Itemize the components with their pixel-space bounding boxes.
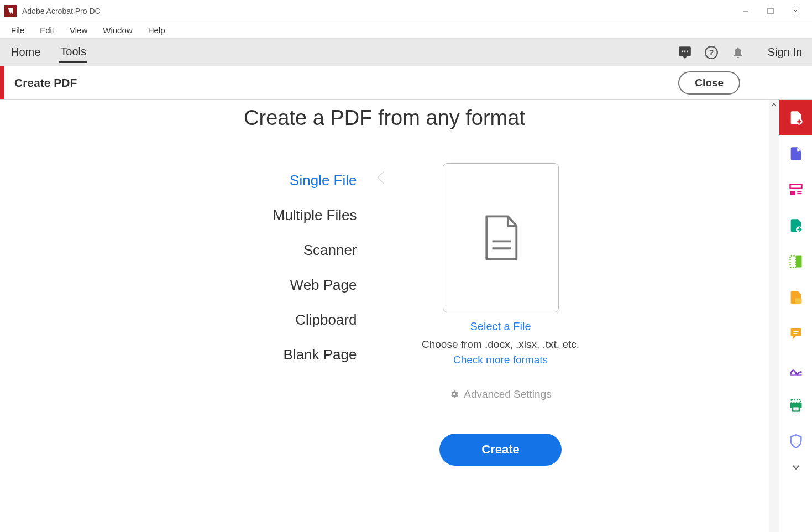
- edit-pdf-icon: [788, 146, 804, 161]
- menu-file[interactable]: File: [3, 23, 32, 37]
- right-tool-rail: [779, 100, 812, 532]
- svg-rect-19: [795, 298, 801, 303]
- organize-icon: [788, 182, 804, 197]
- page-heading: Create a PDF from any format: [0, 106, 769, 130]
- svg-point-6: [687, 50, 688, 52]
- option-single-file[interactable]: Single File: [153, 163, 357, 198]
- rail-print[interactable]: [779, 387, 813, 423]
- rail-comment[interactable]: [779, 315, 813, 351]
- comment-icon: [788, 326, 804, 341]
- shield-icon: [788, 434, 804, 449]
- rail-combine[interactable]: [779, 243, 813, 279]
- rail-edit-pdf[interactable]: [779, 135, 813, 171]
- scrollbar[interactable]: [769, 100, 779, 532]
- minimize-button[interactable]: [733, 2, 758, 20]
- menu-help[interactable]: Help: [140, 23, 173, 37]
- content-panel: Create a PDF from any format Single File…: [0, 100, 769, 532]
- tool-header: Create PDF Close: [0, 66, 812, 100]
- main-area: Create a PDF from any format Single File…: [0, 100, 812, 532]
- maximize-button[interactable]: [758, 2, 783, 20]
- toolbar: Home Tools ? Sign In: [0, 39, 812, 66]
- signin-link[interactable]: Sign In: [768, 46, 802, 59]
- rail-sign[interactable]: [779, 351, 813, 387]
- center-panel: Select a File Choose from .docx, .xlsx, …: [385, 163, 617, 466]
- app-icon: [4, 5, 17, 17]
- advanced-settings: Advanced Settings: [385, 388, 617, 400]
- check-formats-link[interactable]: Check more formats: [453, 354, 548, 366]
- gear-icon: [449, 389, 459, 399]
- svg-rect-1: [768, 8, 773, 14]
- menu-window[interactable]: Window: [95, 23, 140, 37]
- rail-expand-down[interactable]: [779, 459, 813, 476]
- file-icon: [479, 213, 523, 263]
- svg-rect-13: [790, 191, 795, 195]
- rail-organize[interactable]: [779, 171, 813, 207]
- menu-edit[interactable]: Edit: [32, 23, 62, 37]
- create-pdf-icon: [788, 110, 804, 126]
- close-window-button[interactable]: [783, 2, 808, 20]
- scroll-up-icon[interactable]: [769, 100, 779, 111]
- help-icon[interactable]: ?: [700, 41, 722, 64]
- file-dropzone[interactable]: [443, 163, 559, 312]
- option-multiple-files[interactable]: Multiple Files: [153, 198, 357, 233]
- menu-view[interactable]: View: [62, 23, 95, 37]
- accent-stripe: [0, 66, 4, 99]
- option-clipboard[interactable]: Clipboard: [153, 302, 357, 337]
- svg-rect-23: [791, 399, 800, 403]
- svg-rect-12: [790, 184, 801, 188]
- bell-icon[interactable]: [727, 41, 749, 64]
- rail-export-pdf[interactable]: [779, 207, 813, 243]
- tab-home[interactable]: Home: [10, 43, 41, 62]
- svg-point-4: [682, 50, 683, 52]
- create-button[interactable]: Create: [439, 434, 561, 466]
- rail-create-pdf[interactable]: [779, 100, 813, 135]
- menubar: File Edit View Window Help: [0, 22, 812, 39]
- source-options: Single File Multiple Files Scanner Web P…: [153, 163, 385, 372]
- sign-icon: [788, 362, 804, 377]
- rail-protect[interactable]: [779, 423, 813, 459]
- rail-compare[interactable]: [779, 279, 813, 315]
- svg-rect-25: [793, 406, 799, 411]
- option-blank-page[interactable]: Blank Page: [153, 337, 357, 372]
- svg-text:?: ?: [709, 48, 714, 57]
- combine-icon: [788, 254, 804, 269]
- compare-icon: [788, 290, 804, 305]
- advanced-label: Advanced Settings: [464, 388, 551, 400]
- choose-hint: Choose from .docx, .xlsx, .txt, etc.: [385, 338, 617, 351]
- print-icon: [788, 398, 804, 413]
- export-pdf-icon: [788, 218, 804, 233]
- select-file-link[interactable]: Select a File: [385, 320, 617, 333]
- tool-title: Create PDF: [14, 76, 678, 90]
- close-tool-button[interactable]: Close: [678, 71, 740, 95]
- option-web-page[interactable]: Web Page: [153, 268, 357, 302]
- window-titlebar: Adobe Acrobat Pro DC: [0, 0, 812, 22]
- option-scanner[interactable]: Scanner: [153, 233, 357, 268]
- tab-tools[interactable]: Tools: [59, 42, 87, 63]
- svg-rect-17: [796, 255, 802, 267]
- window-controls: [733, 2, 808, 20]
- chat-icon[interactable]: [674, 41, 696, 64]
- window-title: Adobe Acrobat Pro DC: [22, 7, 733, 15]
- svg-point-5: [684, 50, 685, 52]
- svg-rect-18: [790, 255, 796, 267]
